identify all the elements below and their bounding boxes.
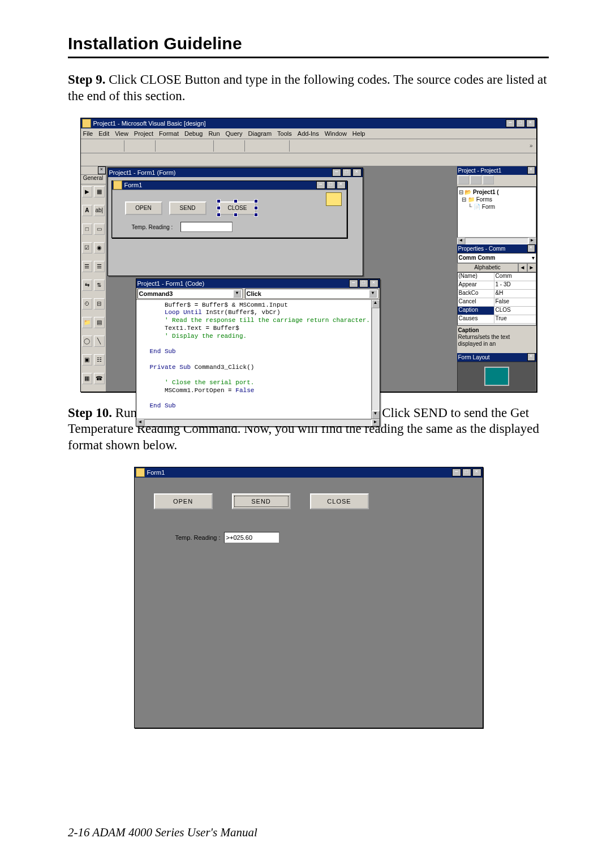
project-form-item[interactable]: Form [482, 204, 495, 210]
toolbar-addproject-icon[interactable] [82, 140, 94, 152]
code-hscrollbar[interactable]: ◄ ► [136, 419, 380, 426]
tool-mscomm-icon[interactable]: ☎ [94, 373, 105, 384]
project-viewobject-icon[interactable] [470, 175, 481, 184]
menu-project[interactable]: Project [134, 130, 153, 137]
tool-label-icon[interactable]: A [82, 205, 93, 216]
ide-close-button[interactable]: × [526, 119, 535, 127]
selection-handle[interactable] [217, 199, 221, 203]
formlayout-close[interactable]: × [527, 353, 535, 361]
selection-handle[interactable] [217, 206, 221, 210]
code-titlebar[interactable]: Project1 - Form1 (Code) ‒ □ × [136, 279, 380, 288]
open-button[interactable]: OPEN [154, 493, 213, 509]
ide-minimize-button[interactable]: ‒ [506, 119, 515, 127]
toolbar-find-icon[interactable] [199, 140, 211, 152]
tool-file-icon[interactable]: ▤ [94, 317, 105, 328]
toolbar-menueditor-icon[interactable] [109, 140, 122, 152]
project-hscroll[interactable]: ◄ ► [457, 238, 536, 244]
tool-ole-icon[interactable]: ▦ [82, 373, 93, 384]
properties-panel-close[interactable]: × [527, 244, 535, 252]
toolbar-break-icon[interactable] [261, 140, 273, 152]
selection-handle[interactable] [234, 199, 238, 203]
menu-diagram[interactable]: Diagram [248, 130, 272, 137]
tool-data-icon[interactable]: ☷ [94, 354, 105, 366]
project-togglefolders-icon[interactable] [483, 175, 494, 184]
tool-shape-icon[interactable]: ◯ [82, 336, 93, 347]
prop-val[interactable]: Comm [494, 273, 536, 281]
toolbar-objectbrowser-icon[interactable] [333, 140, 345, 152]
toolbar-start-icon[interactable] [247, 140, 260, 152]
scroll-left-icon[interactable]: ◄ [136, 419, 144, 426]
code-event-combo[interactable]: Click ▾ [245, 289, 378, 299]
scroll-up-icon[interactable]: ▲ [372, 300, 380, 308]
form-designer-canvas[interactable]: Form1 ‒ □ × OPEN SEND [108, 177, 363, 276]
toolbar2-btn1-icon[interactable] [82, 153, 94, 166]
project-panel-close[interactable]: × [527, 166, 535, 174]
prop-key[interactable]: Appear [458, 281, 494, 289]
scroll-left-icon[interactable]: ◄ [457, 238, 465, 244]
prop-val[interactable]: 1 - 3D [494, 281, 536, 289]
menu-query[interactable]: Query [226, 130, 243, 137]
ide-maximize-button[interactable]: □ [516, 119, 525, 127]
menu-debug[interactable]: Debug [184, 130, 203, 137]
project-toolbar[interactable] [457, 175, 536, 187]
menu-addins[interactable]: Add-Ins [298, 130, 319, 137]
form1-titlebar[interactable]: Form1 ‒ □ × [112, 181, 347, 190]
form1-min-button[interactable]: ‒ [316, 181, 325, 189]
runtime-titlebar[interactable]: Form1 ‒ □ × [135, 467, 483, 478]
formlayout-screen-icon[interactable] [484, 367, 509, 386]
prop-key[interactable]: BackCo [458, 290, 494, 298]
prop-key[interactable]: Caption [458, 307, 494, 315]
prop-key[interactable]: (Name) [458, 273, 494, 281]
dropdown-icon[interactable]: ▾ [233, 290, 241, 298]
tool-command-icon[interactable]: ▭ [94, 224, 105, 235]
properties-panel-title[interactable]: Properties - Comm × [457, 244, 536, 253]
properties-tabs[interactable]: Alphabetic ◄ ► [457, 263, 536, 272]
scroll-track[interactable] [372, 308, 380, 411]
temp-reading-textbox[interactable]: >+025.60 [224, 532, 279, 543]
toolbar-properties-icon[interactable] [306, 140, 318, 152]
prop-val[interactable]: &H [494, 290, 536, 298]
tool-frame-icon[interactable]: □ [82, 224, 93, 235]
toolbar-end-icon[interactable] [274, 140, 287, 152]
scroll-down-icon[interactable]: ▼ [372, 411, 380, 419]
code-max-button[interactable]: □ [359, 280, 368, 287]
toolbar-projectexplorer-icon[interactable] [292, 140, 304, 152]
form1-design[interactable]: Form1 ‒ □ × OPEN SEND [111, 181, 347, 238]
properties-tab-alphabetic[interactable]: Alphabetic [457, 263, 518, 272]
toolbar-addform-icon[interactable] [96, 140, 108, 152]
toolbox-tab-general[interactable]: General [81, 175, 106, 184]
tool-combobox-icon[interactable]: ☰ [82, 261, 93, 272]
selection-handle[interactable] [254, 206, 258, 210]
code-editor[interactable]: Buffer$ = Buffer$ & MSComm1.Input Loop U… [136, 300, 371, 419]
dropdown-icon[interactable]: ▾ [369, 290, 377, 298]
form-designer-close-button[interactable]: × [352, 169, 362, 177]
menu-tools[interactable]: Tools [277, 130, 292, 137]
tool-image-icon[interactable]: ▣ [82, 354, 93, 366]
design-temp-label[interactable]: Temp. Reading : [132, 224, 173, 230]
scroll-track[interactable] [144, 419, 372, 426]
menu-run[interactable]: Run [208, 130, 220, 137]
menu-window[interactable]: Window [325, 130, 347, 137]
prop-val[interactable]: CLOS [494, 307, 536, 315]
tool-listbox-icon[interactable]: ☰ [94, 261, 105, 272]
toolbar2-btn3-icon[interactable] [109, 153, 122, 166]
properties-tab-left-icon[interactable]: ◄ [518, 263, 527, 272]
formlayout-title[interactable]: Form Layout × [457, 353, 536, 362]
prop-key[interactable]: Causes [458, 315, 494, 323]
project-panel-title[interactable]: Project - Project1 × [457, 166, 536, 175]
toolbar2-btn2-icon[interactable] [96, 153, 108, 166]
design-send-button[interactable]: SEND [169, 201, 206, 215]
toolbar-redo-icon[interactable] [230, 140, 242, 152]
properties-object-combo[interactable]: Comm Comm ▾ [457, 253, 536, 263]
prop-val[interactable]: False [494, 298, 536, 306]
form1-body[interactable]: OPEN SEND CLOSE [112, 190, 347, 238]
form1-close-button[interactable]: × [337, 181, 346, 189]
toolbox-close-button[interactable]: × [98, 166, 106, 174]
toolbar-more-icon[interactable]: » [530, 143, 535, 149]
toolbar-undo-icon[interactable] [216, 140, 229, 152]
dropdown-icon[interactable]: ▾ [532, 255, 535, 261]
selection-handle[interactable] [254, 213, 258, 217]
tool-checkbox-icon[interactable]: ☑ [82, 242, 93, 253]
toolbar-paste-icon[interactable] [185, 140, 197, 152]
tool-picturebox-icon[interactable]: ▦ [94, 186, 105, 197]
